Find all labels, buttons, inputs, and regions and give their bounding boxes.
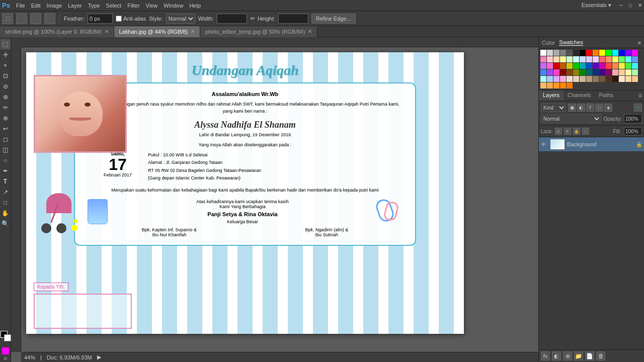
- swatch-color[interactable]: [553, 56, 559, 62]
- layers-tab[interactable]: Layers: [539, 90, 564, 101]
- menu-file[interactable]: File: [16, 3, 25, 9]
- swatch-color[interactable]: [593, 76, 599, 82]
- swatch-color[interactable]: [632, 69, 638, 75]
- swatch-color[interactable]: [586, 63, 592, 69]
- swatch-color[interactable]: [573, 56, 579, 62]
- selection-tool[interactable]: ⬚: [1, 39, 11, 49]
- color-tab[interactable]: Color: [542, 40, 555, 46]
- swatch-color[interactable]: [553, 82, 559, 88]
- menu-layer[interactable]: Layer: [68, 3, 82, 9]
- maximize-btn[interactable]: □: [629, 3, 632, 8]
- swatch-color[interactable]: [625, 63, 631, 69]
- swatch-color[interactable]: [567, 82, 573, 88]
- add-mask-button[interactable]: ◐: [552, 351, 561, 360]
- swatch-color[interactable]: [560, 76, 566, 82]
- swatch-color[interactable]: [547, 63, 553, 69]
- add-group-button[interactable]: 📁: [574, 351, 583, 360]
- swatch-color[interactable]: [612, 50, 618, 56]
- tab-latihan[interactable]: Latihan.jpg @ 44% (RGB/8) ✕: [114, 26, 201, 37]
- swatch-color[interactable]: [573, 76, 579, 82]
- swatch-color[interactable]: [580, 76, 586, 82]
- swatch-color[interactable]: [619, 76, 625, 82]
- swatch-color[interactable]: [606, 76, 612, 82]
- swatch-color[interactable]: [625, 56, 631, 62]
- swatch-color[interactable]: [540, 63, 546, 69]
- swatch-color[interactable]: [586, 56, 592, 62]
- menu-filter[interactable]: Filter: [127, 3, 139, 9]
- swatch-color[interactable]: [547, 76, 553, 82]
- crop-tool[interactable]: ⊡: [1, 71, 11, 81]
- swatch-color[interactable]: [560, 82, 566, 88]
- swatch-color[interactable]: [593, 56, 599, 62]
- hand-tool[interactable]: ✋: [1, 208, 11, 218]
- swatch-color[interactable]: [632, 76, 638, 82]
- smartobj-filter-icon[interactable]: ◈: [604, 104, 612, 112]
- width-input[interactable]: [217, 14, 247, 24]
- swatch-color[interactable]: [547, 82, 553, 88]
- swatch-color[interactable]: [612, 56, 618, 62]
- swatches-tab[interactable]: Swatches: [559, 39, 583, 46]
- swatch-color[interactable]: [612, 76, 618, 82]
- swatch-color[interactable]: [547, 69, 553, 75]
- lock-pixel-icon[interactable]: ⊡: [555, 128, 562, 135]
- type-tool[interactable]: T: [1, 176, 11, 187]
- lasso-tool[interactable]: ⌖: [1, 60, 11, 70]
- channels-tab[interactable]: Channels: [564, 90, 595, 101]
- swatch-color[interactable]: [540, 69, 546, 75]
- tool2-icon[interactable]: [16, 13, 27, 24]
- shape-tool[interactable]: □: [1, 198, 11, 208]
- swatch-color[interactable]: [567, 76, 573, 82]
- swatch-color[interactable]: [547, 50, 553, 56]
- refine-edge-button[interactable]: Refine Edge...: [311, 14, 356, 24]
- workspace-select[interactable]: Essentials ▾: [582, 2, 611, 9]
- add-fx-button[interactable]: fx: [541, 351, 550, 360]
- zoom-tool[interactable]: 🔍: [1, 219, 11, 229]
- swatch-color[interactable]: [632, 50, 638, 56]
- swatch-color[interactable]: [560, 56, 566, 62]
- kind-select[interactable]: Kind: [541, 103, 566, 112]
- swatch-color[interactable]: [580, 50, 586, 56]
- background-color[interactable]: [4, 334, 11, 341]
- swatch-color[interactable]: [586, 69, 592, 75]
- swatch-color[interactable]: [553, 63, 559, 69]
- swatch-color[interactable]: [606, 63, 612, 69]
- fill-input[interactable]: [624, 127, 642, 135]
- swatch-color[interactable]: [567, 63, 573, 69]
- delete-layer-button[interactable]: 🗑: [596, 351, 605, 360]
- pixel-filter-icon[interactable]: ▣: [568, 104, 576, 112]
- path-tool[interactable]: ↗: [1, 187, 11, 197]
- swatch-color[interactable]: [540, 76, 546, 82]
- swatch-color[interactable]: [606, 56, 612, 62]
- swatch-color[interactable]: [560, 69, 566, 75]
- tab-stroller[interactable]: stroller.png @ 100% (Layer 0, RGB/8#) ✕: [0, 26, 114, 37]
- swap-icon[interactable]: ⇔: [250, 15, 255, 22]
- antialias-checkbox[interactable]: [116, 16, 122, 22]
- opacity-input[interactable]: [624, 114, 642, 123]
- swatch-color[interactable]: [586, 50, 592, 56]
- swatch-color[interactable]: [593, 50, 599, 56]
- swatch-color[interactable]: [625, 76, 631, 82]
- swatch-color[interactable]: [586, 76, 592, 82]
- menu-edit[interactable]: Edit: [31, 3, 41, 9]
- height-input[interactable]: [278, 14, 308, 24]
- swatch-color[interactable]: [593, 69, 599, 75]
- color-swatch[interactable]: [1, 331, 11, 345]
- lock-artboard-icon[interactable]: □: [582, 128, 589, 135]
- swatch-color[interactable]: [599, 76, 605, 82]
- swatch-color[interactable]: [599, 50, 605, 56]
- swatch-color[interactable]: [580, 56, 586, 62]
- swatch-color[interactable]: [625, 69, 631, 75]
- tool4-icon[interactable]: [44, 13, 55, 24]
- pen-tool[interactable]: ✒: [1, 166, 11, 176]
- lock-position-icon[interactable]: ✛: [564, 128, 571, 135]
- tab-photo-editor-close[interactable]: ✕: [308, 29, 312, 34]
- swatch-color[interactable]: [599, 69, 605, 75]
- panel-options-btn[interactable]: ≡: [638, 40, 641, 46]
- menu-help[interactable]: Help: [189, 3, 201, 9]
- layer-visibility-eye[interactable]: 👁: [541, 141, 548, 147]
- swatch-color[interactable]: [625, 50, 631, 56]
- minimize-btn[interactable]: ─: [619, 3, 623, 8]
- lock-all-icon[interactable]: 🔒: [573, 128, 580, 135]
- close-btn[interactable]: ✕: [638, 3, 642, 8]
- patch-tool[interactable]: ⊛: [1, 92, 11, 102]
